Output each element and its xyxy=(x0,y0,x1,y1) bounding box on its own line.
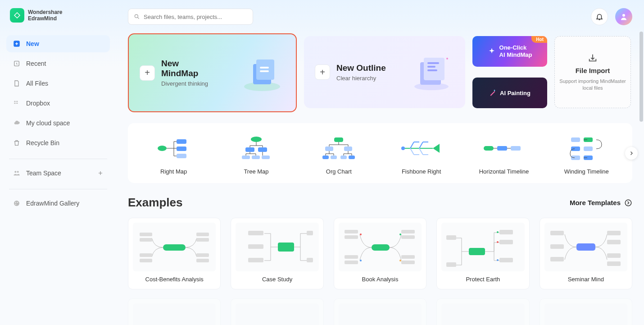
sidebar: Wondershare EdrawMind New Recent All Fil… xyxy=(0,0,116,325)
sidebar-item-teamspace[interactable]: Team Space xyxy=(6,165,110,182)
example-card[interactable]: Seminar Mind xyxy=(540,218,632,289)
sidebar-item-label: My cloud space xyxy=(26,119,70,127)
new-outline-card[interactable]: + New Outline Clear hierarchy xyxy=(304,36,465,108)
ai-line2: AI MindMap xyxy=(499,51,532,59)
notifications-button[interactable] xyxy=(591,8,608,25)
sidebar-item-cloud[interactable]: My cloud space xyxy=(6,114,110,132)
more-templates-link[interactable]: More Templates xyxy=(570,199,632,207)
svg-point-76 xyxy=(360,260,362,261)
sidebar-item-allfiles[interactable]: All Files xyxy=(6,75,110,92)
svg-rect-79 xyxy=(469,248,485,255)
file-import-card[interactable]: File Import Support importing MindMaster… xyxy=(554,36,631,108)
svg-point-4 xyxy=(14,201,19,206)
search-icon xyxy=(134,14,140,20)
new-mindmap-card[interactable]: + New MindMap Divergent thinking xyxy=(128,33,297,112)
example-card[interactable]: Book Analysis xyxy=(334,218,426,289)
svg-rect-57 xyxy=(196,238,209,242)
svg-rect-28 xyxy=(245,147,254,152)
ai-paint-label: AI Painting xyxy=(500,90,531,96)
org-chart-icon xyxy=(318,135,359,162)
sidebar-item-recent[interactable]: Recent xyxy=(6,55,110,72)
search-input[interactable] xyxy=(144,14,247,20)
svg-rect-90 xyxy=(550,244,564,249)
logo-text: Wondershare EdrawMind xyxy=(28,9,62,22)
svg-rect-46 xyxy=(571,146,580,151)
hot-badge: Hot xyxy=(531,36,547,43)
ai-painting-card[interactable]: AI Painting xyxy=(472,78,547,108)
example-card[interactable]: Case Study xyxy=(231,218,323,289)
svg-rect-31 xyxy=(252,156,260,159)
cloud-icon xyxy=(13,119,21,127)
ai-mindmap-card[interactable]: Hot One-Click AI MindMap xyxy=(472,36,547,67)
svg-rect-39 xyxy=(349,156,355,159)
example-card[interactable] xyxy=(128,298,221,325)
example-label: Case Study xyxy=(262,276,292,284)
svg-point-50 xyxy=(625,200,631,206)
svg-rect-13 xyxy=(260,67,269,69)
example-thumb-icon xyxy=(236,303,318,325)
bell-icon xyxy=(595,13,603,21)
sidebar-item-new[interactable]: New xyxy=(6,35,110,52)
example-label: Seminar Mind xyxy=(568,276,604,284)
user-icon xyxy=(620,13,628,21)
trash-icon xyxy=(13,139,21,147)
svg-rect-91 xyxy=(550,257,564,261)
sidebar-item-gallery[interactable]: EdrawMind Gallery xyxy=(6,195,110,212)
hero-row: + New MindMap Divergent thinking + New O… xyxy=(128,33,632,112)
svg-rect-81 xyxy=(499,240,513,244)
template-winding-timeline[interactable]: Winding Timeline xyxy=(545,131,628,179)
wand-icon xyxy=(489,89,496,96)
winding-timeline-icon xyxy=(566,135,607,162)
example-card[interactable] xyxy=(540,298,632,325)
topbar xyxy=(128,8,632,25)
example-thumb-icon xyxy=(441,223,524,271)
svg-rect-70 xyxy=(345,261,358,264)
example-card[interactable] xyxy=(334,298,426,325)
card-subtitle: Divergent thinking xyxy=(161,80,208,87)
plus-icon[interactable] xyxy=(97,170,104,176)
svg-rect-36 xyxy=(322,156,329,159)
svg-rect-65 xyxy=(307,258,313,262)
svg-rect-67 xyxy=(345,230,358,233)
example-card[interactable]: Protect Earth xyxy=(436,218,529,289)
svg-rect-92 xyxy=(607,231,621,235)
svg-rect-32 xyxy=(262,156,270,159)
template-tree-map[interactable]: Tree Map xyxy=(215,131,297,179)
template-right-map[interactable]: Right Map xyxy=(132,131,215,179)
sidebar-item-label: EdrawMind Gallery xyxy=(26,200,79,207)
svg-rect-34 xyxy=(325,146,333,151)
template-fishbone[interactable]: Fishbone Right xyxy=(380,131,463,179)
team-icon xyxy=(13,169,21,177)
scrollbar[interactable] xyxy=(639,32,643,122)
svg-point-5 xyxy=(15,202,16,203)
example-card[interactable] xyxy=(231,298,323,325)
avatar[interactable] xyxy=(615,8,632,25)
sidebar-item-recycle[interactable]: Recycle Bin xyxy=(6,134,110,151)
svg-rect-82 xyxy=(499,258,513,262)
svg-point-7 xyxy=(15,204,16,205)
next-templates-button[interactable] xyxy=(625,147,638,160)
svg-point-78 xyxy=(399,260,401,261)
svg-rect-63 xyxy=(248,258,263,262)
example-label: Cost-Benefits Analysis xyxy=(145,276,204,284)
sidebar-item-dropbox[interactable]: Dropbox xyxy=(6,95,110,112)
sidebar-item-label: All Files xyxy=(26,80,48,87)
sidebar-item-label: Dropbox xyxy=(26,100,50,107)
template-org-chart[interactable]: Org Chart xyxy=(298,131,380,179)
template-horizontal-timeline[interactable]: Horizontal Timeline xyxy=(463,131,545,179)
svg-rect-56 xyxy=(196,233,209,236)
svg-rect-12 xyxy=(256,60,274,80)
svg-rect-72 xyxy=(401,235,415,239)
svg-point-2 xyxy=(14,171,16,173)
template-strip: Right Map Tree Map Org Chart Fishbone Ri… xyxy=(128,123,632,183)
example-thumb-icon xyxy=(544,303,627,325)
search-box[interactable] xyxy=(128,9,253,25)
logo[interactable]: Wondershare EdrawMind xyxy=(6,8,110,23)
ai-line1: One-Click xyxy=(499,44,532,51)
example-card[interactable]: Cost-Benefits Analysis xyxy=(128,218,221,289)
example-card[interactable] xyxy=(436,298,529,325)
outline-illustration-icon xyxy=(407,50,456,95)
svg-point-23 xyxy=(158,146,167,151)
svg-point-21 xyxy=(446,58,448,60)
clock-icon xyxy=(13,60,21,68)
